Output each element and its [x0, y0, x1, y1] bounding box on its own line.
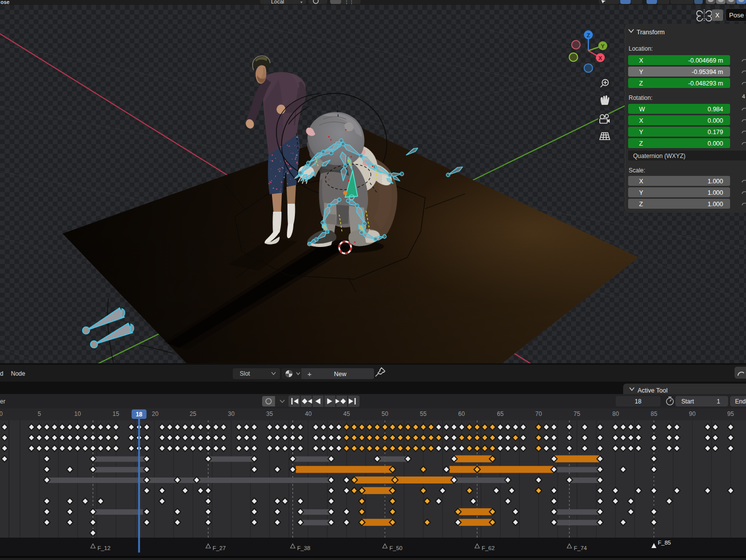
svg-text:80: 80	[612, 410, 619, 417]
svg-text:Transform: Transform	[637, 29, 665, 36]
svg-text:30: 30	[228, 410, 235, 417]
svg-text:New: New	[334, 371, 347, 378]
svg-text:F_27: F_27	[213, 545, 226, 551]
svg-text:0.000: 0.000	[708, 117, 723, 124]
svg-text:ose: ose	[0, 0, 9, 5]
svg-text:F_50: F_50	[389, 545, 402, 551]
svg-text:Y: Y	[601, 43, 605, 49]
svg-text:1.000: 1.000	[708, 189, 723, 196]
svg-text:95: 95	[727, 410, 734, 417]
svg-text:Active Tool: Active Tool	[638, 387, 667, 394]
svg-text:70: 70	[535, 410, 542, 417]
svg-text:50: 50	[381, 410, 388, 417]
svg-text:-0.004669 m: -0.004669 m	[688, 57, 723, 64]
svg-text:⋮⋮: ⋮⋮	[344, 0, 354, 4]
svg-text:Y: Y	[639, 69, 644, 76]
svg-text:F_85: F_85	[658, 540, 671, 546]
svg-text:35: 35	[266, 410, 273, 417]
svg-text:d: d	[0, 370, 3, 377]
svg-text:0.984: 0.984	[708, 106, 723, 113]
svg-text:Start: Start	[681, 398, 694, 405]
svg-text:F_12: F_12	[97, 545, 110, 551]
svg-text:Y: Y	[639, 189, 644, 196]
svg-text:X: X	[639, 57, 644, 64]
svg-text:1.000: 1.000	[708, 178, 723, 185]
svg-text:Z: Z	[639, 140, 643, 147]
svg-text:End: End	[735, 398, 746, 405]
svg-text:15: 15	[112, 410, 119, 417]
svg-text:Local: Local	[271, 0, 284, 4]
svg-text:18: 18	[136, 411, 143, 418]
svg-text:Scale:: Scale:	[629, 167, 645, 174]
svg-text:25: 25	[189, 410, 196, 417]
svg-text:Node: Node	[11, 370, 25, 377]
svg-text:4: 4	[742, 93, 745, 99]
svg-text:F_38: F_38	[297, 545, 310, 551]
svg-text:0.179: 0.179	[708, 129, 723, 136]
svg-text:65: 65	[497, 410, 504, 417]
svg-text:18: 18	[635, 398, 642, 405]
svg-text:90: 90	[689, 410, 696, 417]
svg-text:Quaternion (WXYZ): Quaternion (WXYZ)	[633, 153, 685, 160]
svg-text:er: er	[0, 398, 5, 405]
svg-text:X: X	[639, 117, 644, 124]
svg-text:▾: ▾	[300, 0, 302, 4]
svg-text:F_62: F_62	[481, 545, 494, 551]
svg-text:Z: Z	[587, 32, 590, 38]
svg-text:10: 10	[74, 410, 81, 417]
svg-text:75: 75	[573, 410, 580, 417]
svg-text:1: 1	[717, 398, 720, 405]
svg-text:20: 20	[152, 410, 159, 417]
svg-text:0: 0	[0, 410, 3, 417]
svg-text:0.000: 0.000	[708, 140, 723, 147]
svg-text:Location:: Location:	[629, 45, 653, 52]
svg-text:Y: Y	[639, 129, 644, 136]
svg-text:X: X	[598, 55, 602, 61]
svg-text:Rotation:: Rotation:	[629, 94, 653, 101]
svg-text:W: W	[639, 106, 645, 113]
svg-text:-0.95394 m: -0.95394 m	[692, 69, 723, 76]
svg-text:45: 45	[343, 410, 350, 417]
svg-text:1.000: 1.000	[708, 201, 723, 208]
svg-text:40: 40	[305, 410, 312, 417]
svg-text:55: 55	[420, 410, 427, 417]
svg-text:Slot: Slot	[240, 370, 250, 377]
svg-text:60: 60	[458, 410, 465, 417]
svg-text:X: X	[639, 178, 644, 185]
svg-text:-0.048293 m: -0.048293 m	[688, 80, 723, 87]
svg-text:F_74: F_74	[574, 545, 587, 551]
svg-text:X: X	[715, 12, 720, 19]
svg-text:Pose Co: Pose Co	[729, 11, 746, 19]
svg-text:Z: Z	[639, 80, 643, 87]
svg-text:85: 85	[651, 410, 657, 417]
svg-text:+: +	[307, 370, 311, 378]
svg-text:Z: Z	[639, 201, 643, 208]
svg-text:5: 5	[38, 410, 41, 417]
